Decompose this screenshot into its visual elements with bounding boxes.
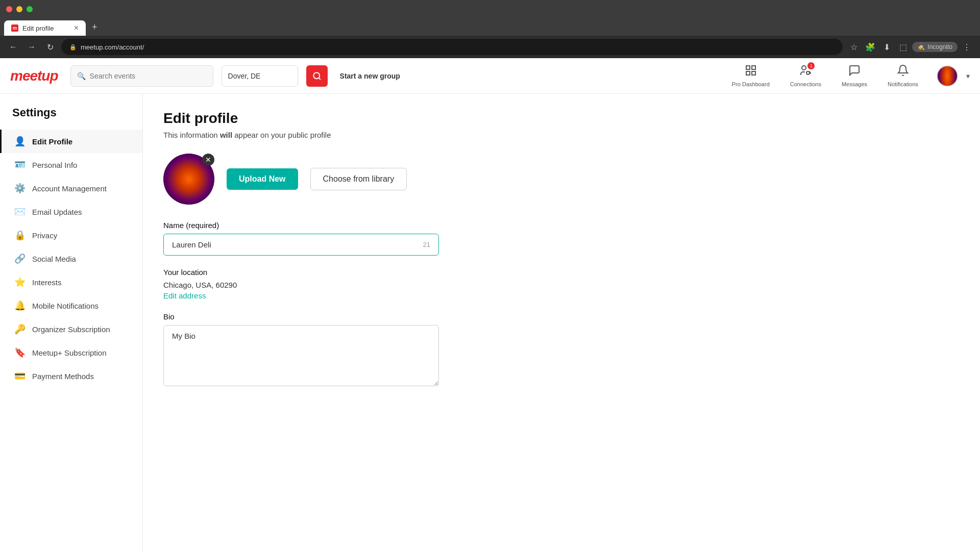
edit-address-link[interactable]: Edit address [163,291,206,300]
profile-photo-wrapper: ✕ [163,154,214,205]
name-char-count: 21 [423,241,430,248]
personal-info-icon: 🪪 [14,159,26,170]
sidebar-item-interests[interactable]: ⭐ Interests [0,270,142,294]
sidebar-item-email-updates[interactable]: ✉️ Email Updates [0,200,142,223]
sidebar-item-label-payment-methods: Payment Methods [32,372,94,381]
incognito-badge: 🕵 Incognito [912,42,958,52]
social-media-icon: 🔗 [14,253,26,264]
avatar[interactable] [937,65,958,87]
address-bar[interactable]: 🔒 meetup.com/account/ [61,39,843,55]
lock-icon: 🔒 [69,44,77,51]
forward-btn[interactable]: → [24,40,39,54]
sidebar-title: Settings [0,106,142,130]
meetup-sub-icon: 🔖 [14,347,26,358]
connections-label: Connections [790,81,821,87]
choose-from-library-btn[interactable]: Choose from library [310,168,407,190]
svg-rect-4 [746,71,750,75]
sidebar-item-label-meetup-subscription: Meetup+ Subscription [32,348,107,357]
name-input[interactable] [172,240,423,249]
avatar-chevron-icon[interactable]: ▾ [966,72,970,80]
bookmark-btn[interactable]: ☆ [847,40,861,54]
sidebar-item-meetup-subscription[interactable]: 🔖 Meetup+ Subscription [0,341,142,364]
nav-connections[interactable]: 1 Connections [784,64,827,87]
profile-btn[interactable]: ⬚ [896,40,910,54]
location-input[interactable]: Dover, DE [222,65,298,87]
sidebar-item-label-mobile-notifications: Mobile Notifications [32,302,99,310]
minimize-window-btn[interactable] [16,6,22,12]
url-text: meetup.com/account/ [81,43,144,51]
privacy-icon: 🔒 [14,230,26,241]
reload-btn[interactable]: ↻ [43,40,57,54]
search-submit-btn[interactable] [306,65,328,87]
bio-label: Bio [163,312,960,321]
sidebar-item-account-management[interactable]: ⚙️ Account Management [0,177,142,200]
svg-point-7 [806,71,810,74]
messages-label: Messages [842,81,867,87]
start-group-btn[interactable]: Start a new group [340,72,400,80]
pro-dashboard-label: Pro Dashboard [732,81,770,87]
photo-section: ✕ Upload New Choose from library [163,154,960,205]
sidebar-item-label-organizer-subscription: Organizer Subscription [32,325,110,334]
subtitle-rest: appear on your public profile [232,131,331,139]
svg-rect-5 [752,71,755,75]
location-value: Chicago, USA, 60290 [163,281,960,289]
browser-tab[interactable]: m Edit profile × [4,20,86,36]
close-window-btn[interactable] [6,6,12,12]
new-tab-btn[interactable]: + [88,20,102,35]
avatar-photo [938,65,957,87]
upload-new-btn[interactable]: Upload New [227,168,298,190]
pro-dashboard-icon [745,64,757,80]
location-label: Your location [163,268,960,277]
svg-line-1 [318,78,320,79]
browser-tab-bar: m Edit profile × + [0,18,980,36]
sidebar-item-social-media[interactable]: 🔗 Social Media [0,247,142,270]
page-subtitle: This information will appear on your pub… [163,131,960,139]
sidebar-item-label-social-media: Social Media [32,255,76,263]
bio-textarea[interactable] [163,325,439,386]
search-input[interactable] [90,72,207,80]
sidebar-item-label-personal-info: Personal Info [32,161,77,169]
sidebar: Settings 👤 Edit Profile 🪪 Personal Info … [0,94,143,551]
page-content: Edit profile This information will appea… [143,94,980,551]
maximize-window-btn[interactable] [27,6,33,12]
browser-actions: ☆ 🧩 ⬇ ⬚ 🕵 Incognito ⋮ [847,40,974,54]
extensions-btn[interactable]: 🧩 [863,40,877,54]
sidebar-item-personal-info[interactable]: 🪪 Personal Info [0,153,142,177]
organizer-sub-icon: 🔑 [14,323,26,335]
page-title: Edit profile [163,110,960,127]
photo-remove-btn[interactable]: ✕ [202,154,214,166]
menu-btn[interactable]: ⋮ [960,40,974,54]
nav-pro-dashboard[interactable]: Pro Dashboard [726,64,776,87]
sidebar-item-organizer-subscription[interactable]: 🔑 Organizer Subscription [0,317,142,341]
sidebar-item-privacy[interactable]: 🔒 Privacy [0,223,142,247]
location-section: Your location Chicago, USA, 60290 Edit a… [163,268,960,300]
edit-profile-icon: 👤 [14,136,26,147]
tab-title: Edit profile [22,24,54,32]
svg-point-0 [313,72,320,79]
download-btn[interactable]: ⬇ [879,40,894,54]
main-content: Settings 👤 Edit Profile 🪪 Personal Info … [0,94,980,551]
bio-section: Bio [163,312,960,388]
sidebar-item-edit-profile[interactable]: 👤 Edit Profile [0,130,142,153]
name-input-wrapper: 21 [163,234,439,256]
search-box[interactable]: 🔍 [70,65,213,87]
sidebar-item-mobile-notifications[interactable]: 🔔 Mobile Notifications [0,294,142,317]
name-label: Name (required) [163,221,960,230]
back-btn[interactable]: ← [6,40,20,54]
connections-icon: 1 [799,64,812,80]
incognito-label: Incognito [927,43,952,51]
browser-chrome: m Edit profile × + ← → ↻ 🔒 meetup.com/ac… [0,0,980,58]
connections-badge: 1 [807,62,815,69]
mobile-notifications-icon: 🔔 [14,300,26,311]
sidebar-item-label-privacy: Privacy [32,231,57,240]
nav-notifications[interactable]: Notifications [881,64,924,87]
sidebar-item-label-email-updates: Email Updates [32,208,82,216]
tab-close-btn[interactable]: × [74,24,79,32]
app: meetup 🔍 Dover, DE Start a new group Pro… [0,58,980,551]
sidebar-item-payment-methods[interactable]: 💳 Payment Methods [0,364,142,388]
nav-messages[interactable]: Messages [836,64,873,87]
email-updates-icon: ✉️ [14,206,26,217]
name-section: Name (required) 21 [163,221,960,256]
browser-addressbar: ← → ↻ 🔒 meetup.com/account/ ☆ 🧩 ⬇ ⬚ 🕵 In… [0,36,980,58]
logo[interactable]: meetup [10,68,58,84]
